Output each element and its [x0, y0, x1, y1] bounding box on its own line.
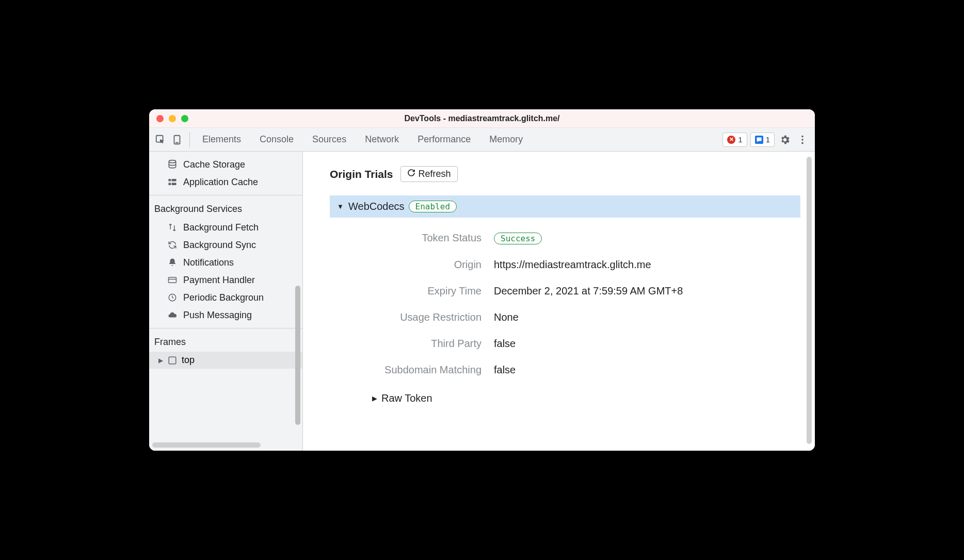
trial-details: Token Status Success Origin https://medi… — [303, 225, 815, 404]
sidebar: Cache Storage Application Cache Backgrou… — [149, 152, 303, 451]
tab-memory[interactable]: Memory — [488, 132, 524, 147]
raw-token-row[interactable]: ▶ Raw Token — [344, 383, 784, 404]
sidebar-item-label: Notifications — [183, 257, 234, 268]
errors-count: 1 — [738, 135, 742, 144]
sidebar-item-application-cache[interactable]: Application Cache — [149, 173, 302, 191]
main-scrollbar[interactable] — [807, 157, 812, 444]
svg-point-5 — [801, 142, 804, 144]
detail-expiry: Expiry Time December 2, 2021 at 7:59:59 … — [344, 278, 784, 304]
sidebar-section-background: Background Services — [149, 195, 302, 219]
detail-value: false — [494, 364, 516, 376]
chevron-right-icon: ▶ — [158, 357, 163, 364]
sidebar-item-payment-handler[interactable]: Payment Handler — [149, 271, 302, 289]
detail-value: None — [494, 311, 519, 323]
toolbar-left — [154, 132, 190, 147]
detail-value: https://mediastreamtrack.glitch.me — [494, 259, 651, 271]
svg-point-3 — [801, 135, 804, 137]
svg-rect-9 — [169, 183, 171, 186]
svg-rect-10 — [172, 183, 176, 186]
toolbar-right: ✕ 1 1 — [722, 133, 810, 147]
detail-label: Token Status — [344, 232, 494, 244]
detail-label: Usage Restriction — [344, 311, 494, 323]
sidebar-item-label: Background Sync — [183, 240, 256, 251]
detail-origin: Origin https://mediastreamtrack.glitch.m… — [344, 252, 784, 278]
sidebar-item-label: top — [182, 355, 195, 366]
detail-label: Third Party — [344, 338, 494, 350]
svg-rect-14 — [169, 357, 176, 364]
detail-label: Expiry Time — [344, 285, 494, 297]
device-toggle-icon[interactable] — [171, 134, 183, 146]
trial-name: WebCodecs — [348, 201, 405, 212]
main-header: Origin Trials Refresh — [303, 152, 815, 191]
maximize-icon[interactable] — [181, 115, 188, 122]
svg-rect-11 — [169, 277, 176, 283]
sidebar-scrollbar[interactable] — [295, 286, 300, 425]
sidebar-item-frames-top[interactable]: ▶ top — [149, 352, 302, 369]
svg-rect-8 — [172, 179, 176, 182]
main-panel: Origin Trials Refresh ▼ WebCodecs Enable… — [303, 152, 815, 451]
more-icon[interactable] — [795, 133, 810, 147]
tab-network[interactable]: Network — [364, 132, 400, 147]
detail-subdomain: Subdomain Matching false — [344, 357, 784, 383]
traffic-lights — [156, 115, 188, 122]
status-badge: Success — [494, 233, 542, 244]
devtools-window: DevTools - mediastreamtrack.glitch.me/ E… — [149, 109, 815, 451]
minimize-icon[interactable] — [169, 115, 176, 122]
sync-icon — [167, 239, 178, 251]
card-icon — [167, 274, 178, 286]
refresh-button[interactable]: Refresh — [400, 166, 458, 182]
sidebar-item-cache-storage[interactable]: Cache Storage — [149, 156, 302, 173]
titlebar: DevTools - mediastreamtrack.glitch.me/ — [149, 109, 815, 128]
content: Cache Storage Application Cache Backgrou… — [149, 152, 815, 451]
sidebar-hscrollbar[interactable] — [152, 442, 261, 448]
frame-icon — [167, 355, 178, 366]
trial-row[interactable]: ▼ WebCodecs Enabled — [330, 195, 800, 218]
tab-elements[interactable]: Elements — [201, 132, 242, 147]
inspect-icon[interactable] — [154, 134, 167, 146]
refresh-label: Refresh — [419, 169, 451, 179]
sidebar-item-background-sync[interactable]: Background Sync — [149, 236, 302, 254]
detail-usage: Usage Restriction None — [344, 304, 784, 331]
tab-sources[interactable]: Sources — [311, 132, 347, 147]
toolbar: Elements Console Sources Network Perform… — [149, 128, 815, 152]
detail-token-status: Token Status Success — [344, 225, 784, 252]
sidebar-item-label: Background Fetch — [183, 222, 259, 233]
sidebar-item-label: Payment Handler — [183, 275, 255, 286]
detail-third-party: Third Party false — [344, 331, 784, 357]
sidebar-item-label: Application Cache — [183, 177, 258, 188]
detail-label: Subdomain Matching — [344, 364, 494, 376]
detail-value: December 2, 2021 at 7:59:59 AM GMT+8 — [494, 285, 683, 297]
sidebar-item-label: Cache Storage — [183, 159, 245, 170]
sidebar-item-periodic-background[interactable]: Periodic Backgroun — [149, 289, 302, 306]
page-title: Origin Trials — [330, 168, 393, 180]
issues-count: 1 — [766, 135, 770, 144]
svg-point-4 — [801, 139, 804, 141]
sidebar-item-notifications[interactable]: Notifications — [149, 254, 302, 271]
detail-value: false — [494, 338, 516, 350]
refresh-icon — [407, 169, 415, 179]
close-icon[interactable] — [156, 115, 164, 122]
issues-badge[interactable]: 1 — [750, 133, 775, 147]
tab-console[interactable]: Console — [259, 132, 295, 147]
cloud-icon — [167, 309, 178, 321]
sidebar-section-frames: Frames — [149, 328, 302, 352]
sidebar-item-label: Push Messaging — [183, 310, 252, 321]
status-badge: Enabled — [409, 201, 457, 212]
chevron-right-icon: ▶ — [372, 394, 377, 402]
sidebar-item-background-fetch[interactable]: Background Fetch — [149, 219, 302, 236]
raw-token-label: Raw Token — [381, 392, 432, 404]
svg-point-6 — [169, 160, 175, 163]
svg-rect-7 — [169, 179, 171, 182]
tab-performance[interactable]: Performance — [416, 132, 472, 147]
bell-icon — [167, 257, 178, 268]
grid-icon — [167, 176, 178, 188]
database-icon — [167, 159, 178, 170]
window-title: DevTools - mediastreamtrack.glitch.me/ — [156, 114, 808, 123]
sidebar-item-push-messaging[interactable]: Push Messaging — [149, 306, 302, 324]
sidebar-item-label: Periodic Backgroun — [183, 292, 264, 303]
settings-icon[interactable] — [778, 133, 792, 147]
errors-badge[interactable]: ✕ 1 — [722, 133, 747, 147]
clock-icon — [167, 292, 178, 303]
chevron-down-icon: ▼ — [337, 203, 344, 210]
detail-value: Success — [494, 232, 542, 244]
